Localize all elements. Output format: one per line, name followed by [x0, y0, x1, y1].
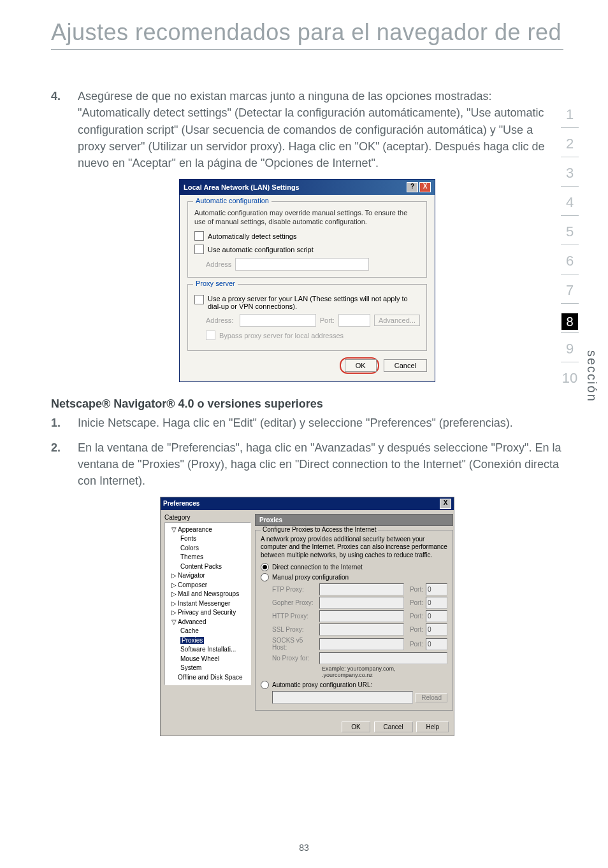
- tree-appearance[interactable]: Appearance: [178, 526, 212, 533]
- pref-category-label: Category: [164, 514, 251, 521]
- lan-help-button[interactable]: ?: [407, 182, 418, 192]
- lan-title-text: Local Area Network (LAN) Settings: [184, 183, 300, 191]
- pref-panel-header: Proxies: [255, 514, 453, 526]
- tab-9: 9: [560, 336, 580, 362]
- pref-desc: A network proxy provides additional secu…: [261, 536, 447, 560]
- lbl-http: HTTP Proxy:: [272, 613, 317, 620]
- section-tabs: 1 2 3 4 5 6 7 8 9 10: [560, 102, 580, 395]
- tree-system[interactable]: System: [166, 664, 249, 673]
- pref-titlebar: Preferences X: [161, 497, 454, 510]
- preferences-dialog: Preferences X Category ▽Appearance Fonts…: [160, 497, 454, 737]
- pref-group-legend: Configure Proxies to Access the Internet: [261, 526, 378, 533]
- input-ssl: [319, 623, 404, 636]
- input-ftp: [319, 583, 404, 595]
- chk-auto-detect-label: Automatically detect settings: [208, 232, 296, 240]
- input-http-port: [426, 610, 447, 622]
- tree-navigator[interactable]: Navigator: [178, 572, 205, 579]
- lbl-noproxy: No Proxy for:: [272, 655, 317, 662]
- lan-proxy-fieldset: Proxy server Use a proxy server for your…: [187, 284, 427, 351]
- lbl-socks: SOCKS v5 Host:: [272, 637, 317, 651]
- tree-themes[interactable]: Themes: [166, 553, 249, 562]
- lbl-ftp: FTP Proxy:: [272, 586, 317, 593]
- lan-proxy-port-label: Port:: [320, 317, 335, 324]
- input-gopher: [319, 597, 404, 609]
- lan-ok-button[interactable]: OK: [345, 359, 377, 372]
- input-socks: [319, 638, 404, 650]
- tab-3: 3: [560, 160, 580, 186]
- chk-bypass-label: Bypass proxy server for local addresses: [219, 332, 344, 339]
- tree-advanced[interactable]: Advanced: [178, 618, 206, 625]
- input-gopher-port: [426, 597, 447, 609]
- pref-help-button[interactable]: Help: [416, 722, 449, 732]
- tab-5: 5: [560, 219, 580, 245]
- input-http: [319, 610, 404, 622]
- input-ftp-port: [426, 583, 447, 595]
- pref-tree[interactable]: ▽Appearance Fonts Colors Themes Content …: [164, 522, 251, 686]
- lan-proxy-legend: Proxy server: [193, 280, 238, 287]
- page-title: Ajustes recomendados para el navegador d…: [51, 19, 563, 45]
- tree-software[interactable]: Software Installati...: [166, 645, 249, 655]
- lan-address-label: Address: [206, 260, 231, 268]
- tab-1: 1: [560, 102, 580, 127]
- radio-auto[interactable]: [261, 681, 269, 689]
- input-auto-url: [272, 691, 413, 704]
- lan-proxy-address-label: Address:: [206, 317, 236, 324]
- title-rule: [51, 49, 563, 50]
- pref-proxy-group: Configure Proxies to Access the Internet…: [255, 530, 453, 711]
- lan-proxy-address-input: [240, 314, 316, 327]
- tree-mouse[interactable]: Mouse Wheel: [166, 655, 249, 664]
- input-ssl-port: [426, 623, 447, 636]
- tree-mail[interactable]: Mail and Newsgroups: [178, 590, 239, 597]
- tree-proxies[interactable]: Proxies: [180, 637, 204, 644]
- ns1-number: 1.: [51, 415, 78, 431]
- lan-close-button[interactable]: X: [419, 182, 431, 192]
- tree-cache[interactable]: Cache: [166, 627, 249, 636]
- tab-2: 2: [560, 131, 580, 157]
- section-vertical-label: sección: [584, 350, 599, 402]
- lbl-gopher: Gopher Proxy:: [272, 599, 317, 606]
- ns1-body: Inicie Netscape. Haga clic en "Edit" (ed…: [78, 415, 563, 431]
- pref-ok-button[interactable]: OK: [342, 722, 370, 732]
- lan-auto-desc: Automatic configuration may override man…: [194, 208, 420, 227]
- lan-titlebar: Local Area Network (LAN) Settings ? X: [180, 180, 435, 195]
- netscape-subheading: Netscape® Navigator® 4.0 o versiones sup…: [51, 397, 563, 411]
- lbl-socks-port: Port:: [407, 641, 423, 648]
- lan-automatic-fieldset: Automatic configuration Automatic config…: [187, 201, 427, 278]
- chk-use-proxy[interactable]: [194, 295, 204, 304]
- step4-body: Asegúrese de que no existan marcas junto…: [78, 88, 563, 171]
- noproxy-example: Example: yourcompany.com, .yourcompany.c…: [322, 665, 447, 678]
- tree-content-packs[interactable]: Content Packs: [166, 562, 249, 572]
- lan-auto-legend: Automatic configuration: [193, 197, 271, 204]
- tree-offline[interactable]: Offline and Disk Space: [166, 673, 249, 683]
- radio-direct[interactable]: [261, 563, 269, 571]
- tree-privacy[interactable]: Privacy and Security: [178, 609, 236, 616]
- page-number: 83: [0, 843, 608, 853]
- ns2-number: 2.: [51, 439, 78, 456]
- ok-highlight-circle: OK: [340, 357, 379, 374]
- chk-auto-script[interactable]: [194, 245, 204, 254]
- lbl-gopher-port: Port:: [407, 599, 423, 606]
- pref-close-button[interactable]: X: [440, 499, 451, 509]
- radio-manual[interactable]: [261, 573, 269, 581]
- tree-im[interactable]: Instant Messenger: [178, 600, 230, 607]
- input-noproxy: [319, 652, 447, 664]
- lan-cancel-button[interactable]: Cancel: [384, 359, 427, 372]
- lan-address-input: [235, 258, 369, 271]
- lbl-ftp-port: Port:: [407, 586, 423, 593]
- tree-composer[interactable]: Composer: [178, 581, 207, 588]
- tab-7: 7: [560, 278, 580, 303]
- tree-fonts[interactable]: Fonts: [166, 534, 249, 544]
- reload-button: Reload: [416, 693, 447, 702]
- lan-proxy-port-input: [338, 314, 370, 327]
- pref-cancel-button[interactable]: Cancel: [374, 722, 413, 732]
- chk-auto-detect[interactable]: [194, 231, 204, 241]
- lbl-http-port: Port:: [407, 613, 423, 620]
- chk-use-proxy-label: Use a proxy server for your LAN (These s…: [208, 295, 420, 310]
- lan-advanced-button: Advanced...: [374, 315, 420, 326]
- tree-colors[interactable]: Colors: [166, 544, 249, 553]
- tab-8-active: 8: [561, 313, 578, 330]
- radio-auto-label: Automatic proxy configuration URL:: [272, 681, 372, 688]
- lan-settings-dialog: Local Area Network (LAN) Settings ? X Au…: [179, 179, 435, 383]
- ns2-body: En la ventana de "Preferencias", haga cl…: [78, 439, 563, 489]
- tab-10: 10: [560, 366, 580, 391]
